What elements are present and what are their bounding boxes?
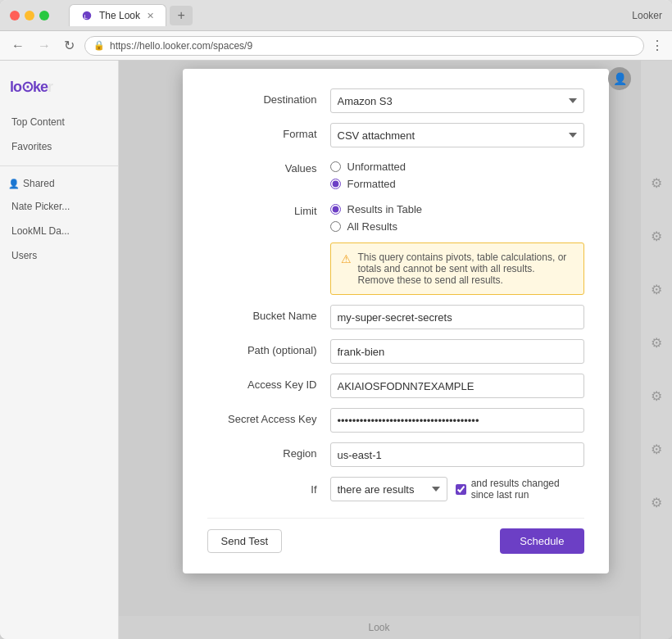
gear-icon-6[interactable]: ⚙ [651,442,662,457]
bucket-name-row: Bucket Name [207,305,584,329]
gear-icon-4[interactable]: ⚙ [651,335,662,351]
tab-area: L The Look ✕ + [69,4,193,26]
if-checkbox-label: and results changed since last run [471,478,584,501]
browser-title-right: Looker [632,10,662,21]
sidebar-item-nate[interactable]: Nate Picker... [0,194,118,219]
access-key-id-control [330,374,584,398]
format-label: Format [207,123,330,140]
limit-all-results-label: All Results [347,220,397,233]
close-button[interactable] [10,11,20,20]
lock-icon: 🔒 [93,40,105,51]
if-controls: there are results and results changed si… [330,477,584,501]
values-label: Values [207,157,330,174]
minimize-button[interactable] [25,11,34,20]
limit-results-in-table-radio[interactable] [330,204,341,215]
format-row: Format CSV attachment [207,123,584,147]
values-unformatted-option[interactable]: Unformatted [330,161,584,173]
region-row: Region [207,442,584,467]
tab-close-icon[interactable]: ✕ [147,11,154,21]
values-radio-group: Unformatted Formatted [330,157,584,190]
limit-control: Results in Table All Results ⚠ This quer… [330,200,584,295]
region-control [330,442,584,467]
values-formatted-radio[interactable] [330,179,341,189]
sidebar-divider-1 [0,165,118,166]
content-area: lo⊙ker Top Content Favorites 👤 Shared Na… [0,61,672,639]
limit-results-in-table-label: Results in Table [347,203,423,215]
back-button[interactable]: ← [8,37,28,55]
path-control [330,339,584,364]
right-gear-strip: ⚙ ⚙ ⚙ ⚙ ⚙ ⚙ ⚙ [641,61,672,639]
tab-favicon: L [81,10,93,21]
secret-access-key-row: Secret Access Key [207,408,584,433]
bucket-name-input[interactable] [330,305,584,329]
sidebar-item-shared[interactable]: 👤 Shared [0,173,118,194]
url-text: https://hello.looker.com/spaces/9 [110,40,252,52]
user-avatar[interactable]: 👤 [608,67,631,90]
browser-menu-button[interactable]: ⋮ [651,38,664,53]
gear-icon-5[interactable]: ⚙ [651,388,662,404]
bottom-label: Look [119,616,639,639]
tab-title: The Look [99,10,140,21]
bucket-name-label: Bucket Name [207,305,330,322]
address-bar[interactable]: 🔒 https://hello.looker.com/spaces/9 [84,36,644,56]
values-control: Unformatted Formatted [330,157,584,190]
nav-bar: ← → ↻ 🔒 https://hello.looker.com/spaces/… [0,31,672,61]
secret-access-key-label: Secret Access Key [207,408,330,425]
path-row: Path (optional) [207,339,584,364]
traffic-lights [10,11,49,20]
browser-window: L The Look ✕ + Looker ← → ↻ 🔒 https://he… [0,0,672,639]
looker-logo: lo⊙ker [0,69,118,110]
values-row: Values Unformatted Formatted [207,157,584,190]
limit-row: Limit Results in Table All Results [207,200,584,295]
if-checkbox-item[interactable]: and results changed since last run [456,478,584,501]
destination-row: Destination Amazon S3 [207,88,584,113]
gear-icon-1[interactable]: ⚙ [651,175,662,191]
sidebar-item-users[interactable]: Users [0,243,118,268]
new-tab-button[interactable]: + [170,6,193,25]
sidebar-item-top-content[interactable]: Top Content [0,110,118,134]
values-formatted-option[interactable]: Formatted [330,178,584,190]
path-input[interactable] [330,339,584,364]
if-select[interactable]: there are results [330,477,447,501]
gear-icon-7[interactable]: ⚙ [651,495,662,510]
destination-select[interactable]: Amazon S3 [330,88,584,113]
values-unformatted-label: Unformatted [347,161,406,173]
destination-control: Amazon S3 [330,88,584,113]
if-label: If [207,483,330,496]
send-test-button[interactable]: Send Test [207,529,283,553]
access-key-id-input[interactable] [330,374,584,398]
destination-label: Destination [207,88,330,106]
secret-access-key-input[interactable] [330,408,584,433]
limit-results-in-table-option[interactable]: Results in Table [330,203,584,215]
values-unformatted-radio[interactable] [330,161,341,172]
if-checkbox[interactable] [456,483,466,496]
sidebar-item-favorites[interactable]: Favorites [0,134,118,159]
format-control: CSV attachment [330,123,584,147]
if-row: If there are results and results changed… [207,477,584,501]
reload-button[interactable]: ↻ [61,36,78,55]
browser-tab[interactable]: L The Look ✕ [69,4,166,26]
warning-text: This query contains pivots, table calcul… [358,252,574,286]
warning-icon: ⚠ [341,252,352,265]
region-input[interactable] [330,442,584,467]
warning-box: ⚠ This query contains pivots, table calc… [330,242,584,295]
forward-button[interactable]: → [34,37,54,55]
access-key-id-label: Access Key ID [207,374,330,391]
values-formatted-label: Formatted [347,178,396,190]
fullscreen-button[interactable] [39,11,49,20]
limit-radio-group: Results in Table All Results ⚠ This quer… [330,200,584,295]
dialog-footer: Send Test Schedule [207,518,584,554]
bucket-name-control [330,305,584,329]
limit-all-results-radio[interactable] [330,221,341,232]
main-area: ⚙ ⚙ ⚙ ⚙ ⚙ ⚙ ⚙ 👤 Destination Amaz [119,61,672,639]
gear-icon-2[interactable]: ⚙ [651,229,662,244]
path-label: Path (optional) [207,339,330,356]
format-select[interactable]: CSV attachment [330,123,584,147]
limit-all-results-option[interactable]: All Results [330,220,584,233]
gear-icon-3[interactable]: ⚙ [651,282,662,297]
region-label: Region [207,442,330,460]
secret-access-key-control [330,408,584,433]
schedule-button[interactable]: Schedule [500,528,583,554]
sidebar-item-lookml[interactable]: LookML Da... [0,219,118,243]
svg-text:L: L [84,13,89,20]
